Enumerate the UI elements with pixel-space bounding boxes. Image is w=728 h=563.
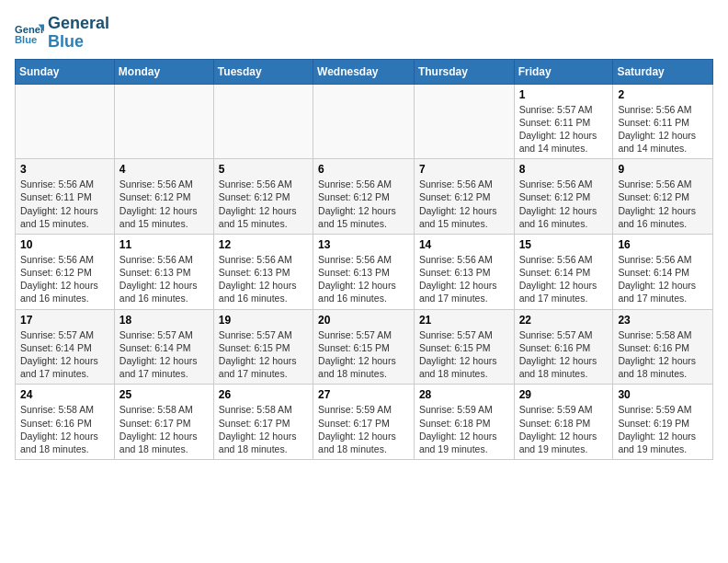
day-cell [313,84,415,159]
day-info: Sunrise: 5:58 AM Sunset: 6:16 PM Dayligh… [20,403,109,455]
day-cell: 8Sunrise: 5:56 AM Sunset: 6:12 PM Daylig… [514,159,613,235]
header-cell-wednesday: Wednesday [313,59,415,84]
day-number: 8 [519,163,609,176]
day-info: Sunrise: 5:58 AM Sunset: 6:17 PM Dayligh… [219,403,308,455]
day-info: Sunrise: 5:56 AM Sunset: 6:12 PM Dayligh… [20,253,109,305]
week-row-2: 3Sunrise: 5:56 AM Sunset: 6:11 PM Daylig… [16,159,713,235]
svg-text:Blue: Blue [15,34,37,45]
day-number: 19 [219,314,308,327]
day-cell [114,84,213,159]
day-info: Sunrise: 5:56 AM Sunset: 6:11 PM Dayligh… [20,178,109,230]
day-info: Sunrise: 5:57 AM Sunset: 6:11 PM Dayligh… [519,103,609,155]
day-cell: 17Sunrise: 5:57 AM Sunset: 6:14 PM Dayli… [16,309,115,385]
day-info: Sunrise: 5:56 AM Sunset: 6:12 PM Dayligh… [318,178,409,230]
day-number: 1 [519,88,609,101]
day-cell: 7Sunrise: 5:56 AM Sunset: 6:12 PM Daylig… [414,159,514,235]
day-cell: 28Sunrise: 5:59 AM Sunset: 6:18 PM Dayli… [414,385,514,460]
day-cell [213,84,313,159]
day-number: 28 [419,388,509,401]
day-cell: 14Sunrise: 5:56 AM Sunset: 6:13 PM Dayli… [414,234,514,309]
day-info: Sunrise: 5:57 AM Sunset: 6:14 PM Dayligh… [20,328,109,381]
header-cell-thursday: Thursday [414,59,514,84]
logo: General Blue General Blue [15,15,109,52]
day-cell: 18Sunrise: 5:57 AM Sunset: 6:14 PM Dayli… [114,309,213,385]
day-number: 6 [318,163,409,176]
day-number: 13 [318,238,409,251]
week-row-3: 10Sunrise: 5:56 AM Sunset: 6:12 PM Dayli… [16,234,713,309]
day-cell: 23Sunrise: 5:58 AM Sunset: 6:16 PM Dayli… [613,309,713,385]
day-info: Sunrise: 5:56 AM Sunset: 6:12 PM Dayligh… [219,178,308,230]
day-number: 23 [618,314,708,327]
day-cell: 25Sunrise: 5:58 AM Sunset: 6:17 PM Dayli… [114,385,213,460]
day-cell: 30Sunrise: 5:59 AM Sunset: 6:19 PM Dayli… [613,385,713,460]
day-number: 14 [419,238,509,251]
week-row-1: 1Sunrise: 5:57 AM Sunset: 6:11 PM Daylig… [16,84,713,159]
day-info: Sunrise: 5:59 AM Sunset: 6:17 PM Dayligh… [318,403,409,455]
day-cell: 10Sunrise: 5:56 AM Sunset: 6:12 PM Dayli… [16,234,115,309]
day-info: Sunrise: 5:57 AM Sunset: 6:15 PM Dayligh… [419,328,509,381]
day-number: 11 [119,238,209,251]
day-cell: 20Sunrise: 5:57 AM Sunset: 6:15 PM Dayli… [313,309,415,385]
day-info: Sunrise: 5:56 AM Sunset: 6:12 PM Dayligh… [519,178,609,230]
day-cell: 27Sunrise: 5:59 AM Sunset: 6:17 PM Dayli… [313,385,415,460]
logo-line2: Blue [48,33,109,52]
day-info: Sunrise: 5:56 AM Sunset: 6:13 PM Dayligh… [119,253,209,305]
day-cell: 1Sunrise: 5:57 AM Sunset: 6:11 PM Daylig… [514,84,613,159]
day-info: Sunrise: 5:59 AM Sunset: 6:18 PM Dayligh… [419,403,509,455]
day-number: 27 [318,388,409,401]
day-number: 10 [20,238,109,251]
header-cell-sunday: Sunday [16,59,115,84]
calendar-body: 1Sunrise: 5:57 AM Sunset: 6:11 PM Daylig… [16,84,713,459]
day-number: 2 [618,88,708,101]
day-cell [16,84,115,159]
header-cell-tuesday: Tuesday [213,59,313,84]
page-header: General Blue General Blue [15,15,713,52]
day-cell: 19Sunrise: 5:57 AM Sunset: 6:15 PM Dayli… [213,309,313,385]
day-info: Sunrise: 5:56 AM Sunset: 6:12 PM Dayligh… [618,178,708,230]
day-info: Sunrise: 5:58 AM Sunset: 6:16 PM Dayligh… [618,328,708,381]
day-number: 4 [119,163,209,176]
day-number: 9 [618,163,708,176]
day-info: Sunrise: 5:56 AM Sunset: 6:11 PM Dayligh… [618,103,708,155]
day-cell [414,84,514,159]
week-row-4: 17Sunrise: 5:57 AM Sunset: 6:14 PM Dayli… [16,309,713,385]
day-number: 17 [20,314,109,327]
day-info: Sunrise: 5:57 AM Sunset: 6:16 PM Dayligh… [519,328,609,381]
day-cell: 2Sunrise: 5:56 AM Sunset: 6:11 PM Daylig… [613,84,713,159]
day-number: 12 [219,238,308,251]
day-info: Sunrise: 5:57 AM Sunset: 6:15 PM Dayligh… [318,328,409,381]
day-number: 20 [318,314,409,327]
header-cell-monday: Monday [114,59,213,84]
day-cell: 15Sunrise: 5:56 AM Sunset: 6:14 PM Dayli… [514,234,613,309]
header-row: SundayMondayTuesdayWednesdayThursdayFrid… [16,59,713,84]
day-info: Sunrise: 5:57 AM Sunset: 6:14 PM Dayligh… [119,328,209,381]
day-cell: 12Sunrise: 5:56 AM Sunset: 6:13 PM Dayli… [213,234,313,309]
day-number: 26 [219,388,308,401]
day-info: Sunrise: 5:56 AM Sunset: 6:13 PM Dayligh… [219,253,308,305]
day-info: Sunrise: 5:56 AM Sunset: 6:13 PM Dayligh… [419,253,509,305]
day-info: Sunrise: 5:56 AM Sunset: 6:12 PM Dayligh… [119,178,209,230]
day-cell: 5Sunrise: 5:56 AM Sunset: 6:12 PM Daylig… [213,159,313,235]
day-cell: 21Sunrise: 5:57 AM Sunset: 6:15 PM Dayli… [414,309,514,385]
header-cell-saturday: Saturday [613,59,713,84]
day-cell: 16Sunrise: 5:56 AM Sunset: 6:14 PM Dayli… [613,234,713,309]
day-number: 25 [119,388,209,401]
day-number: 7 [419,163,509,176]
day-cell: 24Sunrise: 5:58 AM Sunset: 6:16 PM Dayli… [16,385,115,460]
logo-line1: General [48,15,109,33]
day-cell: 29Sunrise: 5:59 AM Sunset: 6:18 PM Dayli… [514,385,613,460]
day-number: 30 [618,388,708,401]
day-info: Sunrise: 5:56 AM Sunset: 6:12 PM Dayligh… [419,178,509,230]
day-cell: 6Sunrise: 5:56 AM Sunset: 6:12 PM Daylig… [313,159,415,235]
day-info: Sunrise: 5:57 AM Sunset: 6:15 PM Dayligh… [219,328,308,381]
header-cell-friday: Friday [514,59,613,84]
day-info: Sunrise: 5:56 AM Sunset: 6:14 PM Dayligh… [618,253,708,305]
day-info: Sunrise: 5:59 AM Sunset: 6:19 PM Dayligh… [618,403,708,455]
day-cell: 3Sunrise: 5:56 AM Sunset: 6:11 PM Daylig… [16,159,115,235]
day-cell: 22Sunrise: 5:57 AM Sunset: 6:16 PM Dayli… [514,309,613,385]
day-cell: 11Sunrise: 5:56 AM Sunset: 6:13 PM Dayli… [114,234,213,309]
day-info: Sunrise: 5:59 AM Sunset: 6:18 PM Dayligh… [519,403,609,455]
day-number: 5 [219,163,308,176]
day-number: 21 [419,314,509,327]
day-info: Sunrise: 5:56 AM Sunset: 6:14 PM Dayligh… [519,253,609,305]
